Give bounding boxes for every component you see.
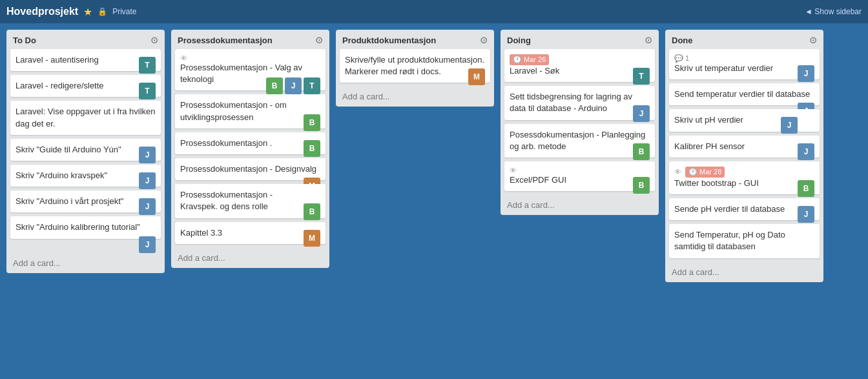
card[interactable]: Skrive/fylle ut produktdokumentasjon. Ma…: [340, 49, 490, 83]
card-title: Sende pH verdier til database: [674, 204, 785, 214]
card-title: Prosessdokumentasjon - om utviklingspros…: [180, 100, 287, 121]
card-badges: 💬 1: [674, 54, 814, 63]
card-badges: 🕐 Mar 26: [510, 54, 650, 65]
lock-icon: 🔒: [98, 7, 107, 16]
card-title: Skriv ut temperatur verdier: [674, 63, 773, 73]
card[interactable]: Send Temperatur, pH og Dato samtidig til…: [669, 224, 820, 258]
card[interactable]: Kapittel 3.3M: [175, 222, 326, 244]
card-title: Kalibrer PH sensor: [674, 141, 745, 151]
column-todo: To Do⊙Laravel - autentiseringTLaravel - …: [6, 30, 165, 273]
card[interactable]: Skriv "Arduino kravspek"J: [10, 165, 161, 187]
column-header-produktdok: Produktdokumentasjon⊙: [336, 30, 494, 49]
card[interactable]: Skriv "Arduino kalibrering tutorial"J: [10, 216, 161, 238]
member-avatar: B: [304, 203, 320, 220]
member-avatar: B: [266, 77, 283, 94]
show-sidebar-button[interactable]: ◄ Show sidebar: [805, 7, 862, 16]
eye-icon: 👁: [180, 54, 187, 62]
column-doing: Doing⊙🕐 Mar 26Laravel - SøkTSett tidsbeg…: [501, 30, 659, 215]
card[interactable]: Skriv ut pH verdierJ: [669, 109, 820, 131]
card-title: Twitter bootstrap - GUI: [674, 178, 759, 188]
member-avatar: J: [798, 65, 814, 82]
add-card-button[interactable]: Add a card...: [336, 87, 494, 107]
add-card-button[interactable]: Add a card...: [171, 248, 329, 268]
member-avatar: B: [304, 114, 320, 131]
member-avatar: J: [798, 143, 814, 160]
member-avatar: B: [633, 143, 650, 160]
member-avatar: J: [781, 117, 798, 134]
card[interactable]: 👁🕐 Mar 28Twitter bootstrap - GUIB: [669, 161, 820, 194]
card[interactable]: Prosessdokumentasjon - Kravspek. og dens…: [175, 184, 326, 218]
card[interactable]: 👁Excel/PDF GUIB: [504, 161, 655, 191]
card-title: Skriv "Guide til Arduino Yún": [16, 145, 121, 154]
cards-container-todo: Laravel - autentiseringTLaravel - redige…: [6, 49, 165, 253]
card-title: Laravel - redigere/slette: [16, 81, 104, 90]
member-avatar: B: [798, 180, 814, 197]
card-title: Skriv ut pH verdier: [674, 115, 743, 125]
column-title: Doing: [507, 36, 531, 45]
column-header-done: Done⊙: [665, 30, 823, 49]
card-title: Skriv "Arduino i vårt prosjekt": [16, 196, 123, 206]
header-left: Hovedprosjekt ★ 🔒 Private: [6, 6, 137, 18]
date-badge: 🕐 Mar 28: [685, 167, 725, 178]
private-label: Private: [112, 7, 136, 16]
card[interactable]: Send temperatur verdier til databaseJ: [669, 83, 820, 105]
card[interactable]: Laravel: Vise oppgaver ut i fra hvilken …: [10, 101, 161, 134]
column-menu-icon[interactable]: ⊙: [645, 35, 652, 45]
column-menu-icon[interactable]: ⊙: [480, 35, 488, 45]
card[interactable]: Prosessdokumentasjon - DesignvalgM: [175, 158, 326, 180]
card-title: Send Temperatur, pH og Dato samtidig til…: [674, 230, 785, 251]
board: To Do⊙Laravel - autentiseringTLaravel - …: [0, 23, 868, 379]
comment-badge: 💬 1: [674, 54, 689, 63]
card-title: Excel/PDF GUI: [510, 175, 566, 185]
card[interactable]: Laravel - autentiseringT: [10, 49, 161, 71]
card[interactable]: Laravel - redigere/sletteT: [10, 75, 161, 97]
member-avatar: J: [633, 105, 650, 122]
header: Hovedprosjekt ★ 🔒 Private ◄ Show sidebar: [0, 0, 868, 23]
card-title: Send temperatur verdier til database: [674, 89, 810, 99]
cards-container-prosessdok: 👁Prosessdokumentasjon - Valg av teknolog…: [171, 49, 329, 248]
card-title: Posessdokumentasjon - Planlegging og arb…: [510, 130, 645, 151]
card[interactable]: Skriv "Guide til Arduino Yún"J: [10, 139, 161, 161]
cards-container-done: 💬 1Skriv ut temperatur verdierJSend temp…: [665, 49, 823, 262]
card-badges: 👁: [180, 54, 320, 62]
member-avatar: J: [139, 172, 156, 189]
card[interactable]: Prosessdokumentasjon - om utviklingspros…: [175, 94, 326, 128]
member-avatar: T: [139, 83, 156, 99]
card-title: Prosessdokumentasjon .: [180, 138, 272, 148]
add-card-button[interactable]: Add a card...: [665, 262, 823, 282]
card[interactable]: Kalibrer PH sensorJ: [669, 136, 820, 158]
column-menu-icon[interactable]: ⊙: [809, 35, 817, 45]
board-title[interactable]: Hovedprosjekt: [6, 6, 78, 17]
column-menu-icon[interactable]: ⊙: [315, 35, 323, 45]
card-title: Skriv "Arduino kalibrering tutorial": [16, 222, 140, 232]
card-title: Prosessdokumentasjon - Designvalg: [180, 164, 316, 174]
add-card-button[interactable]: Add a card...: [501, 195, 659, 215]
eye-icon: 👁: [510, 167, 517, 174]
star-icon[interactable]: ★: [83, 6, 92, 18]
member-avatar: J: [285, 77, 302, 94]
member-avatar: J: [139, 236, 156, 253]
card[interactable]: Sende pH verdier til databaseJ: [669, 198, 820, 220]
card-title: Skrive/fylle ut produktdokumentasjon. Ma…: [345, 55, 484, 76]
cards-container-doing: 🕐 Mar 26Laravel - SøkTSett tidsbegrensin…: [501, 49, 659, 195]
cards-container-produktdok: Skrive/fylle ut produktdokumentasjon. Ma…: [336, 49, 494, 87]
card[interactable]: 🕐 Mar 26Laravel - SøkT: [504, 49, 655, 82]
member-avatar: M: [468, 68, 485, 85]
card[interactable]: 💬 1Skriv ut temperatur verdierJ: [669, 49, 820, 79]
card[interactable]: Prosessdokumentasjon .B: [175, 132, 326, 154]
add-card-button[interactable]: Add a card...: [6, 253, 165, 273]
card-title: Prosessdokumentasjon - Kravspek. og dens…: [180, 190, 273, 211]
card-badges: 👁: [510, 167, 650, 174]
card[interactable]: Posessdokumentasjon - Planlegging og arb…: [504, 124, 655, 158]
card[interactable]: 👁Prosessdokumentasjon - Valg av teknolog…: [175, 49, 326, 90]
card[interactable]: Sett tidsbegrensing for lagring av data …: [504, 86, 655, 119]
card-title: Kapittel 3.3: [180, 228, 222, 238]
card[interactable]: Skriv "Arduino i vårt prosjekt"J: [10, 190, 161, 212]
column-title: Done: [672, 36, 693, 45]
card-title: Laravel - autentisering: [16, 55, 99, 65]
member-avatar: T: [304, 77, 320, 94]
card-badges: 👁🕐 Mar 28: [674, 167, 814, 178]
column-title: Prosessdokumentasjon: [178, 36, 273, 45]
member-avatar: J: [139, 147, 156, 163]
column-menu-icon[interactable]: ⊙: [150, 35, 158, 45]
